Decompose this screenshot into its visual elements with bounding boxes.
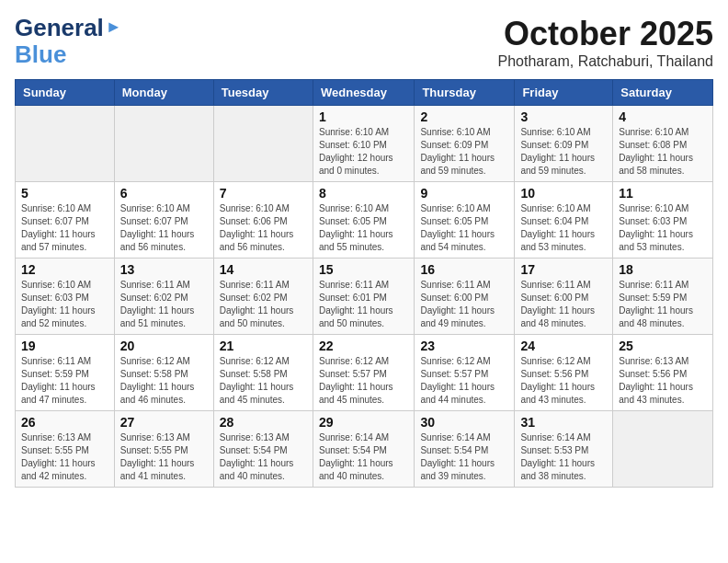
day-number: 22 (319, 339, 408, 353)
day-info: Sunrise: 6:10 AM Sunset: 6:05 PM Dayligh… (319, 202, 408, 254)
day-info: Sunrise: 6:11 AM Sunset: 6:02 PM Dayligh… (120, 279, 208, 330)
day-info: Sunrise: 6:14 AM Sunset: 5:53 PM Dayligh… (520, 431, 607, 483)
day-info: Sunrise: 6:10 AM Sunset: 6:05 PM Dayligh… (420, 202, 508, 254)
logo-general-text: General (15, 15, 104, 41)
calendar-cell: 11Sunrise: 6:10 AM Sunset: 6:03 PM Dayli… (613, 182, 713, 259)
title-area: October 2025 Photharam, Ratchaburi, Thai… (497, 15, 713, 70)
calendar-week-3: 12Sunrise: 6:10 AM Sunset: 6:03 PM Dayli… (16, 259, 713, 335)
day-number: 26 (21, 415, 108, 430)
day-number: 18 (619, 262, 707, 277)
day-info: Sunrise: 6:12 AM Sunset: 5:58 PM Dayligh… (120, 355, 208, 407)
calendar-cell: 13Sunrise: 6:11 AM Sunset: 6:02 PM Dayli… (114, 259, 213, 335)
calendar-cell: 31Sunrise: 6:14 AM Sunset: 5:53 PM Dayli… (515, 411, 613, 488)
weekday-header-friday: Friday (515, 80, 613, 106)
month-title: October 2025 (497, 15, 713, 53)
weekday-header-row: SundayMondayTuesdayWednesdayThursdayFrid… (16, 80, 713, 106)
day-number: 2 (420, 109, 508, 124)
day-info: Sunrise: 6:12 AM Sunset: 5:56 PM Dayligh… (520, 355, 607, 407)
logo-blue-text: Blue (15, 41, 66, 68)
calendar-cell: 7Sunrise: 6:10 AM Sunset: 6:06 PM Daylig… (213, 182, 313, 259)
weekday-header-wednesday: Wednesday (313, 80, 414, 106)
day-number: 13 (120, 262, 208, 277)
day-number: 21 (220, 339, 307, 353)
calendar-cell: 19Sunrise: 6:11 AM Sunset: 5:59 PM Dayli… (16, 335, 115, 411)
day-info: Sunrise: 6:10 AM Sunset: 6:09 PM Dayligh… (420, 126, 508, 178)
calendar-cell: 2Sunrise: 6:10 AM Sunset: 6:09 PM Daylig… (415, 106, 515, 182)
calendar-cell: 3Sunrise: 6:10 AM Sunset: 6:09 PM Daylig… (515, 106, 613, 182)
day-info: Sunrise: 6:13 AM Sunset: 5:55 PM Dayligh… (120, 431, 208, 483)
calendar-cell: 15Sunrise: 6:11 AM Sunset: 6:01 PM Dayli… (313, 259, 414, 335)
day-info: Sunrise: 6:11 AM Sunset: 6:01 PM Dayligh… (319, 279, 408, 330)
calendar-cell: 28Sunrise: 6:13 AM Sunset: 5:54 PM Dayli… (213, 411, 313, 488)
calendar-table: SundayMondayTuesdayWednesdayThursdayFrid… (15, 79, 713, 488)
calendar-week-2: 5Sunrise: 6:10 AM Sunset: 6:07 PM Daylig… (16, 182, 713, 259)
calendar-cell: 16Sunrise: 6:11 AM Sunset: 6:00 PM Dayli… (415, 259, 515, 335)
day-number: 6 (120, 186, 208, 201)
day-number: 11 (619, 186, 707, 201)
day-info: Sunrise: 6:10 AM Sunset: 6:08 PM Dayligh… (619, 126, 707, 178)
day-info: Sunrise: 6:10 AM Sunset: 6:10 PM Dayligh… (319, 126, 408, 178)
calendar-cell: 9Sunrise: 6:10 AM Sunset: 6:05 PM Daylig… (415, 182, 515, 259)
day-info: Sunrise: 6:10 AM Sunset: 6:07 PM Dayligh… (21, 202, 108, 254)
day-number: 14 (220, 262, 307, 277)
day-number: 10 (520, 186, 607, 201)
calendar-cell (16, 106, 115, 182)
location-subtitle: Photharam, Ratchaburi, Thailand (497, 53, 713, 70)
day-number: 9 (420, 186, 508, 201)
calendar-cell: 25Sunrise: 6:13 AM Sunset: 5:56 PM Dayli… (613, 335, 713, 411)
day-number: 27 (120, 415, 208, 430)
day-info: Sunrise: 6:10 AM Sunset: 6:04 PM Dayligh… (520, 202, 607, 254)
calendar-cell: 5Sunrise: 6:10 AM Sunset: 6:07 PM Daylig… (16, 182, 115, 259)
calendar-cell: 22Sunrise: 6:12 AM Sunset: 5:57 PM Dayli… (313, 335, 414, 411)
calendar-cell: 20Sunrise: 6:12 AM Sunset: 5:58 PM Dayli… (114, 335, 213, 411)
day-info: Sunrise: 6:12 AM Sunset: 5:57 PM Dayligh… (420, 355, 508, 407)
calendar-cell: 24Sunrise: 6:12 AM Sunset: 5:56 PM Dayli… (515, 335, 613, 411)
day-number: 31 (520, 415, 607, 430)
calendar-cell: 1Sunrise: 6:10 AM Sunset: 6:10 PM Daylig… (313, 106, 414, 182)
day-number: 8 (319, 186, 408, 201)
day-number: 5 (21, 186, 108, 201)
day-info: Sunrise: 6:12 AM Sunset: 5:57 PM Dayligh… (319, 355, 408, 407)
weekday-header-tuesday: Tuesday (213, 80, 313, 106)
day-info: Sunrise: 6:10 AM Sunset: 6:07 PM Dayligh… (120, 202, 208, 254)
calendar-week-1: 1Sunrise: 6:10 AM Sunset: 6:10 PM Daylig… (16, 106, 713, 182)
calendar-cell: 26Sunrise: 6:13 AM Sunset: 5:55 PM Dayli… (16, 411, 115, 488)
day-info: Sunrise: 6:10 AM Sunset: 6:09 PM Dayligh… (520, 126, 607, 178)
day-number: 4 (619, 109, 707, 124)
logo-bird-icon: ► (106, 18, 122, 37)
day-info: Sunrise: 6:14 AM Sunset: 5:54 PM Dayligh… (319, 431, 408, 483)
day-info: Sunrise: 6:11 AM Sunset: 6:02 PM Dayligh… (220, 279, 307, 330)
day-info: Sunrise: 6:11 AM Sunset: 6:00 PM Dayligh… (420, 279, 508, 330)
calendar-cell (213, 106, 313, 182)
day-number: 17 (520, 262, 607, 277)
day-number: 16 (420, 262, 508, 277)
day-info: Sunrise: 6:11 AM Sunset: 6:00 PM Dayligh… (520, 279, 607, 330)
day-number: 3 (520, 109, 607, 124)
day-number: 28 (220, 415, 307, 430)
calendar-cell: 21Sunrise: 6:12 AM Sunset: 5:58 PM Dayli… (213, 335, 313, 411)
day-number: 25 (619, 339, 707, 353)
day-info: Sunrise: 6:10 AM Sunset: 6:06 PM Dayligh… (220, 202, 307, 254)
calendar-cell: 30Sunrise: 6:14 AM Sunset: 5:54 PM Dayli… (415, 411, 515, 488)
day-info: Sunrise: 6:12 AM Sunset: 5:58 PM Dayligh… (220, 355, 307, 407)
day-number: 23 (420, 339, 508, 353)
weekday-header-saturday: Saturday (613, 80, 713, 106)
day-number: 30 (420, 415, 508, 430)
day-info: Sunrise: 6:10 AM Sunset: 6:03 PM Dayligh… (619, 202, 707, 254)
day-info: Sunrise: 6:13 AM Sunset: 5:56 PM Dayligh… (619, 355, 707, 407)
day-number: 19 (21, 339, 108, 353)
day-number: 20 (120, 339, 208, 353)
day-info: Sunrise: 6:11 AM Sunset: 5:59 PM Dayligh… (21, 355, 108, 407)
calendar-cell: 4Sunrise: 6:10 AM Sunset: 6:08 PM Daylig… (613, 106, 713, 182)
calendar-cell: 12Sunrise: 6:10 AM Sunset: 6:03 PM Dayli… (16, 259, 115, 335)
day-info: Sunrise: 6:10 AM Sunset: 6:03 PM Dayligh… (21, 279, 108, 330)
day-number: 12 (21, 262, 108, 277)
calendar-cell (114, 106, 213, 182)
weekday-header-monday: Monday (114, 80, 213, 106)
calendar-cell: 14Sunrise: 6:11 AM Sunset: 6:02 PM Dayli… (213, 259, 313, 335)
page-header: General ► Blue October 2025 Photharam, R… (15, 15, 713, 70)
calendar-cell (613, 411, 713, 488)
calendar-week-5: 26Sunrise: 6:13 AM Sunset: 5:55 PM Dayli… (16, 411, 713, 488)
calendar-week-4: 19Sunrise: 6:11 AM Sunset: 5:59 PM Dayli… (16, 335, 713, 411)
logo: General ► Blue (15, 15, 122, 67)
